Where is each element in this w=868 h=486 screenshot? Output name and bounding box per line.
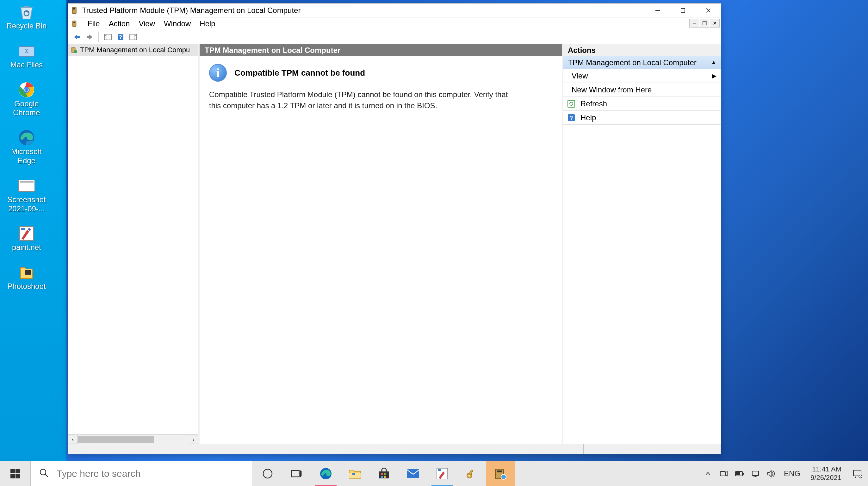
tree-spacer [68,56,198,434]
task-taskview[interactable] [282,461,311,486]
close-button[interactable] [695,3,721,17]
search-input[interactable] [57,468,252,479]
desktop-icon-microsoft-edge[interactable]: Microsoft Edge [1,128,52,167]
tray-action-center[interactable]: 1 [849,461,865,486]
mdi-minimize-button[interactable]: – [690,19,699,27]
tray-clock[interactable]: 11:41 AM 9/26/2021 [807,465,845,482]
content-pane: TPM Management on Local Computer i Compa… [199,44,563,444]
task-store[interactable] [369,461,399,486]
tray-overflow-button[interactable] [702,468,714,479]
svg-rect-62 [752,471,758,476]
window-title: Trusted Platform Module (TPM) Management… [82,6,645,15]
task-tpm-key[interactable] [457,461,486,486]
minimize-button[interactable] [645,3,670,17]
task-file-explorer[interactable] [340,461,369,486]
mdi-close-button[interactable]: ✕ [710,19,719,27]
desktop-icon-label: paint.net [12,243,41,252]
mdi-restore-button[interactable]: ❐ [700,19,709,27]
content-body: i Compatible TPM cannot be found Compati… [199,56,562,444]
tpm-app-icon [70,6,80,15]
svg-rect-34 [16,474,20,478]
desktop-icons-container: Recycle Bin Mac Files Google Chrome Micr… [1,3,52,292]
tray-language[interactable]: ENG [781,469,803,478]
recycle-bin-icon [17,4,37,20]
back-button[interactable] [71,32,83,42]
info-row: i Compatible TPM cannot be found [209,64,553,82]
svg-rect-38 [292,470,299,477]
svg-rect-31 [10,469,15,473]
svg-rect-49 [407,469,419,478]
desktop-icon-label: Mac Files [10,60,43,70]
menu-file[interactable]: File [83,18,104,29]
scroll-left-button[interactable]: ‹ [68,435,78,444]
svg-rect-11 [25,270,31,275]
taskbar-search[interactable] [30,461,252,486]
desktop-icon-google-chrome[interactable]: Google Chrome [1,80,52,119]
svg-rect-20 [105,35,106,36]
forward-button[interactable] [84,32,95,42]
refresh-icon [566,99,576,109]
menu-window[interactable]: Window [159,18,195,29]
svg-rect-48 [384,476,385,478]
maximize-button[interactable] [670,3,695,17]
svg-rect-17 [73,22,75,23]
actions-pane-header: Actions [563,44,721,56]
tree-item-tpm-root[interactable]: TPM Management on Local Compu [68,44,198,56]
action-refresh[interactable]: Refresh [563,97,721,111]
svg-rect-58 [720,472,725,476]
tray-volume-icon[interactable] [766,468,777,479]
task-cortana[interactable] [253,461,282,486]
actions-group-tpm[interactable]: TPM Management on Local Computer ▲ [563,56,721,69]
desktop-icon-label: Recycle Bin [7,22,47,31]
desktop-icon-screenshot[interactable]: Screenshot 2021-09-... [1,176,52,215]
show-hide-action-button[interactable] [127,32,139,42]
content-header: TPM Management on Local Computer [199,44,562,56]
desktop-icon-photoshoot[interactable]: Photoshoot [1,263,52,292]
tray-network-icon[interactable] [750,468,761,479]
desktop-icon-label: Screenshot 2021-09-... [3,195,50,214]
desktop-icon-paint-net[interactable]: paint.net [1,224,52,253]
collapse-chevron-icon: ▲ [711,59,716,66]
svg-rect-33 [10,474,15,478]
console-tree-pane: TPM Management on Local Compu ‹ › [68,44,199,444]
task-edge[interactable] [311,461,340,486]
desktop: Recycle Bin Mac Files Google Chrome Micr… [0,0,868,486]
start-button[interactable] [0,461,30,486]
task-mail[interactable] [399,461,428,486]
scroll-thumb[interactable] [78,436,154,443]
menu-view[interactable]: View [134,18,159,29]
tray-battery-icon[interactable] [734,468,745,479]
action-view[interactable]: View ▶ [563,69,721,83]
menubar: File Action View Window Help – ❐ ✕ [68,18,721,30]
action-help[interactable]: ? Help [563,111,721,125]
action-new-window[interactable]: New Window from Here [563,83,721,97]
titlebar[interactable]: Trusted Platform Module (TPM) Management… [68,3,721,18]
svg-rect-60 [743,473,744,475]
desktop-icon-mac-files[interactable]: Mac Files [1,41,52,71]
svg-rect-28 [568,100,575,107]
help-icon: ? [566,113,576,122]
svg-rect-46 [384,473,385,475]
show-hide-tree-button[interactable] [102,32,114,42]
tray-meet-now-icon[interactable] [718,468,730,479]
svg-point-27 [74,50,77,53]
tpm-node-icon [70,46,78,54]
actions-pane: Actions TPM Management on Local Computer… [563,44,721,444]
menu-help[interactable]: Help [195,18,220,29]
system-tray: ENG 11:41 AM 9/26/2021 1 [702,461,868,486]
desktop-icon-label: Google Chrome [3,99,50,118]
task-tpm-mmc[interactable] [486,461,515,486]
desktop-icon-recycle-bin[interactable]: Recycle Bin [1,3,52,32]
scroll-track[interactable] [78,435,189,444]
svg-point-35 [40,469,46,475]
folder-icon [17,43,37,59]
paint-net-icon [17,225,37,242]
help-toolbar-button[interactable]: ? [115,32,126,42]
menu-action[interactable]: Action [104,18,134,29]
svg-rect-15 [681,8,685,12]
mdi-doc-controls: – ❐ ✕ [689,19,720,28]
task-paint-net[interactable] [428,461,457,486]
tpm-mmc-window: Trusted Platform Module (TPM) Management… [68,3,721,454]
svg-rect-61 [736,472,740,475]
scroll-right-button[interactable]: › [189,435,198,444]
